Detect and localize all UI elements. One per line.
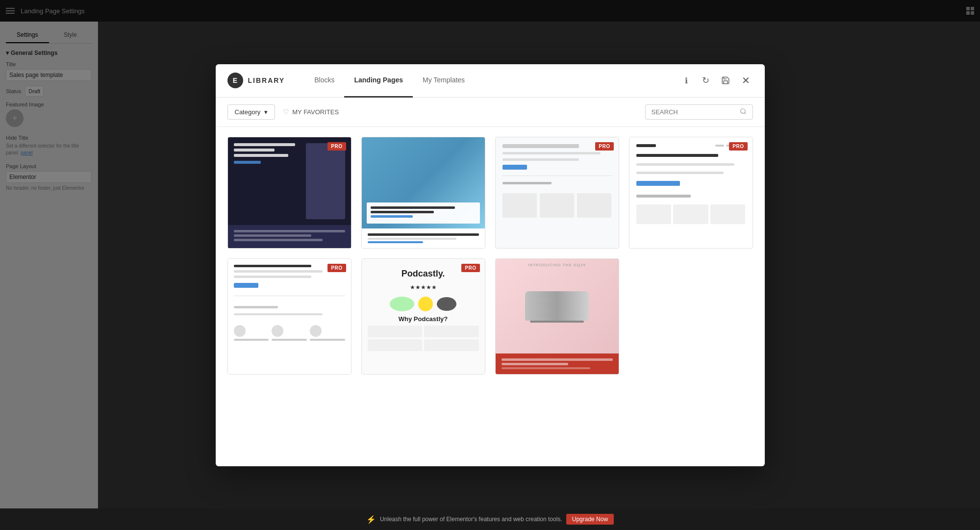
editor-bottom-bar: ⚡ Unleash the full power of Elementor's …: [0, 508, 980, 530]
modal-close-button[interactable]: ✕: [739, 74, 753, 87]
pro-badge: PRO: [595, 142, 613, 151]
search-box: [645, 104, 753, 120]
search-icon: [740, 108, 747, 116]
template-label: Luxury Car – Product – Flexbox – lp: [496, 374, 619, 375]
library-logo-text: LIBRARY: [248, 76, 285, 84]
template-thumbnail: PRO: [228, 259, 351, 374]
modal-header-actions: ℹ ↻ ✕: [680, 74, 753, 87]
template-label: Wireframe – Services 1 – Flexbox - lp: [496, 248, 619, 249]
upgrade-button[interactable]: Upgrade Now: [566, 514, 614, 525]
tab-blocks[interactable]: Blocks: [304, 64, 344, 98]
modal-header: E LIBRARY Blocks Landing Pages My Templa…: [216, 64, 765, 98]
sync-icon[interactable]: ↻: [700, 75, 712, 86]
pro-badge: PRO: [327, 142, 346, 151]
pro-badge: PRO: [461, 264, 479, 272]
template-card-luxury-car[interactable]: PRO INTRODUCING THE GQ25: [495, 258, 619, 375]
library-logo-icon: E: [227, 73, 243, 88]
template-thumbnail: PRO: [362, 137, 485, 248]
search-input[interactable]: [652, 108, 740, 116]
template-label: Construction Project – Real Estate – ...: [362, 248, 485, 249]
template-card-podcast[interactable]: PRO Podcastly. ★★★★★ Why Podcastly?: [361, 258, 485, 375]
template-card-wireframe-services-3[interactable]: PRO: [629, 137, 753, 249]
template-card-webinar[interactable]: PRO: [227, 258, 352, 375]
tab-my-templates[interactable]: My Templates: [413, 64, 475, 98]
template-card-construction[interactable]: PRO: [361, 137, 485, 249]
svg-line-1: [744, 112, 746, 114]
template-label: Wireframe – Webinar 1 – Flexbox – lp: [228, 374, 351, 375]
template-thumbnail: PRO Podcastly. ★★★★★ Why Podcastly?: [362, 259, 485, 374]
svg-point-0: [740, 108, 745, 113]
template-label: Digital Course – eCommerce – Flexb...: [228, 248, 351, 249]
category-dropdown[interactable]: Category ▾: [227, 104, 276, 120]
bottom-promo-text: Unleash the full power of Elementor's fe…: [380, 516, 562, 523]
modal-tabs: Blocks Landing Pages My Templates: [304, 64, 680, 97]
template-label: Podcast Hosting Platform - lp: [362, 374, 485, 375]
library-modal: E LIBRARY Blocks Landing Pages My Templa…: [216, 64, 765, 466]
pro-badge: PRO: [327, 264, 346, 272]
modal-overlay: E LIBRARY Blocks Landing Pages My Templa…: [0, 0, 980, 530]
info-icon[interactable]: ℹ: [680, 75, 692, 86]
template-thumbnail: PRO: [496, 137, 619, 248]
modal-body: PRO: [216, 127, 765, 466]
template-card-wireframe-services-1[interactable]: PRO Wireframe – Services 1 – F: [495, 137, 619, 249]
template-label: Wireframe – Services 3 – Flexbox - lp: [629, 248, 753, 249]
template-thumbnail: PRO: [228, 137, 351, 248]
modal-toolbar: Category ▾ ♡ MY FAVORITES: [216, 98, 765, 127]
template-thumbnail: PRO: [629, 137, 753, 248]
save-icon[interactable]: [720, 75, 731, 86]
template-card-digital-course[interactable]: PRO: [227, 137, 352, 249]
pro-badge: PRO: [729, 142, 747, 151]
template-thumbnail: PRO INTRODUCING THE GQ25: [496, 259, 619, 374]
tab-landing-pages[interactable]: Landing Pages: [344, 64, 413, 98]
heart-icon: ♡: [283, 108, 289, 116]
library-logo: E LIBRARY: [227, 73, 285, 88]
templates-grid: PRO: [227, 137, 753, 375]
chevron-down-icon: ▾: [264, 108, 268, 116]
favorites-button[interactable]: ♡ MY FAVORITES: [283, 108, 339, 116]
